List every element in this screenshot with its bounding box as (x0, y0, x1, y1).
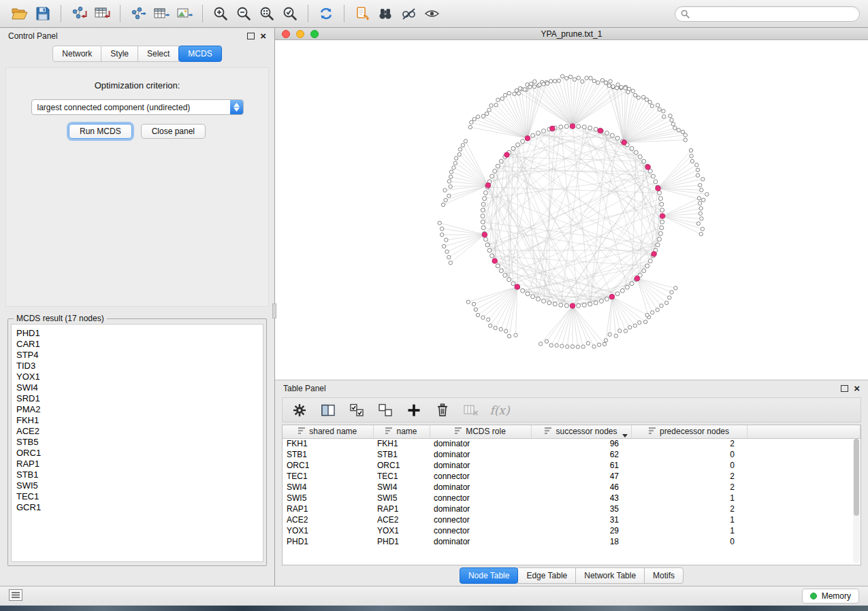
network-node (588, 126, 592, 130)
column-header-MCDS-role[interactable]: MCDS role (430, 425, 531, 438)
zoom-in-icon[interactable] (209, 3, 232, 24)
mcds-result-item[interactable]: GCR1 (16, 502, 258, 513)
network-node (549, 344, 553, 347)
column-header-name[interactable]: name (373, 425, 430, 438)
column-header-shared-name[interactable]: shared name (283, 425, 373, 438)
mcds-result-item[interactable]: ACE2 (16, 426, 258, 437)
mcds-result-item[interactable]: TEC1 (16, 491, 258, 502)
export-network-icon[interactable] (127, 3, 150, 24)
mcds-result-item[interactable]: SRD1 (16, 393, 258, 404)
save-session-icon[interactable] (31, 3, 54, 24)
status-menu-icon[interactable] (9, 589, 22, 604)
table-row[interactable]: SWI4SWI4dominator462 (283, 482, 861, 493)
mcds-result-list[interactable]: PHD1CAR1STP4TID3YOX1SWI4SRD1PMA2FKH1ACE2… (11, 324, 263, 562)
select-all-icon[interactable] (347, 400, 367, 420)
import-table-icon[interactable] (91, 3, 114, 24)
maximize-window-icon[interactable] (310, 30, 319, 38)
mcds-result-item[interactable]: CAR1 (16, 339, 258, 350)
network-node (483, 197, 487, 201)
table-row[interactable]: ORC1ORC1dominator610 (283, 460, 861, 471)
tab-node-table[interactable]: Node Table (460, 567, 519, 584)
network-node (594, 127, 598, 131)
table-row[interactable]: FKH1FKH1dominator962 (283, 438, 861, 449)
mcds-result-item[interactable]: FKH1 (16, 415, 258, 426)
tab-select[interactable]: Select (138, 46, 179, 62)
show-columns-icon[interactable] (318, 400, 338, 420)
network-node (549, 80, 553, 83)
panel-splitter-handle[interactable] (272, 303, 276, 318)
table-scrollbar[interactable] (853, 439, 860, 563)
close-table-panel-icon[interactable]: × (854, 385, 860, 392)
export-image-icon[interactable] (173, 3, 196, 24)
column-header-predecessor-nodes[interactable]: predecessor nodes (631, 425, 747, 438)
glasses-icon[interactable] (397, 3, 420, 24)
mcds-result-item[interactable]: TID3 (16, 361, 258, 371)
open-session-icon[interactable] (8, 3, 31, 24)
network-node (589, 76, 592, 80)
tab-edge-table[interactable]: Edge Table (517, 567, 576, 584)
sort-caret-icon[interactable] (622, 430, 628, 438)
eye-icon[interactable] (420, 3, 443, 24)
table-row[interactable]: RAP1RAP1dominator352 (283, 503, 861, 514)
tab-network-table[interactable]: Network Table (575, 567, 645, 584)
unselect-all-icon[interactable] (375, 400, 396, 420)
search-input[interactable] (693, 9, 854, 18)
memory-button[interactable]: Memory (802, 589, 859, 604)
zoom-out-icon[interactable] (232, 3, 255, 24)
table-cell-filler (747, 438, 861, 449)
close-window-icon[interactable] (282, 30, 290, 38)
find-icon[interactable] (374, 3, 397, 24)
close-panel-icon[interactable]: × (260, 33, 266, 39)
network-node (695, 163, 698, 167)
float-table-panel-icon[interactable] (841, 385, 848, 392)
network-canvas[interactable] (275, 40, 867, 380)
tab-mcds[interactable]: MCDS (178, 46, 221, 62)
table-row[interactable]: PHD1PHD1dominator180 (283, 536, 861, 547)
import-network-icon[interactable] (67, 3, 91, 24)
mcds-result-item[interactable]: YOX1 (16, 371, 258, 382)
mcds-result-item[interactable]: PHD1 (16, 328, 258, 339)
table-cell: 0 (631, 536, 747, 547)
table-settings-gear-icon[interactable] (289, 400, 310, 420)
network-edge (483, 287, 517, 318)
search-field[interactable] (675, 6, 860, 22)
mcds-result-item[interactable]: PMA2 (16, 404, 258, 415)
add-row-icon[interactable] (404, 400, 424, 420)
mcds-result-item[interactable]: ORC1 (16, 448, 258, 459)
scrollbar-thumb[interactable] (854, 439, 859, 516)
network-node (511, 146, 515, 150)
network-edge (584, 228, 662, 306)
mcds-result-item[interactable]: STB5 (16, 437, 258, 448)
table-row[interactable]: STB1STB1dominator620 (283, 449, 861, 460)
delete-row-icon[interactable] (432, 400, 453, 420)
mcds-result-item[interactable]: SWI5 (16, 480, 258, 491)
run-mcds-button[interactable]: Run MCDS (69, 124, 132, 139)
table-row[interactable]: TEC1TEC1connector472 (283, 471, 861, 482)
zoom-out-glyph (236, 5, 252, 22)
network-node (698, 212, 702, 215)
close-panel-button[interactable]: Close panel (141, 124, 206, 139)
zoom-selected-icon[interactable] (278, 3, 302, 24)
table-row[interactable]: YOX1YOX1connector291 (283, 525, 861, 536)
zoom-fit-icon[interactable] (255, 3, 278, 24)
network-window-titlebar[interactable]: YPA_prune.txt_1 (275, 28, 868, 40)
mcds-result-item[interactable]: STB1 (16, 469, 258, 480)
export-table-icon[interactable] (150, 3, 173, 24)
table-row[interactable]: SWI5SWI5connector431 (283, 493, 861, 503)
criterion-dropdown[interactable]: largest connected component (undirected) (31, 99, 244, 115)
table-row[interactable]: ACE2ACE2connector311 (283, 514, 861, 525)
clone-network-icon[interactable] (351, 3, 374, 24)
tab-style[interactable]: Style (101, 46, 138, 62)
minimize-window-icon[interactable] (296, 30, 304, 38)
table-cell: 61 (531, 460, 631, 471)
column-header-successor-nodes[interactable]: successor nodes (531, 425, 631, 438)
float-panel-icon[interactable] (247, 33, 255, 39)
mcds-result-item[interactable]: RAP1 (16, 459, 258, 469)
network-node (507, 91, 511, 95)
mcds-result-item[interactable]: SWI4 (16, 382, 258, 393)
refresh-icon[interactable] (315, 3, 338, 24)
mcds-result-item[interactable]: STP4 (16, 350, 258, 361)
tab-motifs[interactable]: Motifs (644, 567, 684, 584)
network-node (681, 130, 684, 133)
tab-network[interactable]: Network (52, 46, 101, 62)
